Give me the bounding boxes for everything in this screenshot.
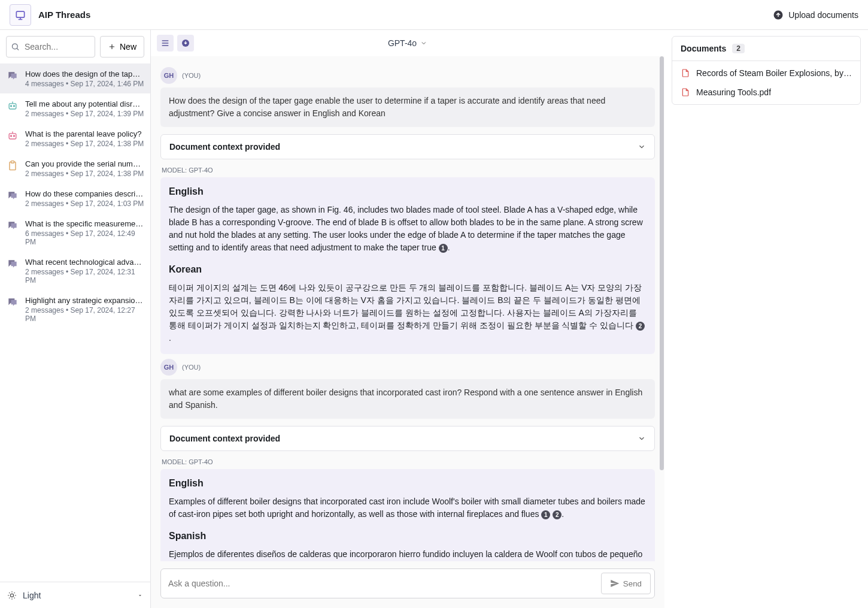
caret-down-icon — [137, 592, 143, 598]
thread-icon — [6, 159, 19, 173]
document-context-toggle[interactable]: Document context provided — [160, 426, 655, 451]
thread-item[interactable]: How does the design of the taper gage en… — [0, 63, 150, 93]
thread-item[interactable]: Highlight any strategic expansion…2 mess… — [0, 290, 150, 328]
sidebar: New How does the design of the taper gag… — [0, 30, 151, 608]
thread-meta: 2 messages • Sep 17, 2024, 1:39 PM — [25, 110, 144, 118]
documents-count: 2 — [732, 44, 745, 53]
thread-meta: 2 messages • Sep 17, 2024, 12:31 PM — [25, 268, 144, 285]
documents-list: Records of Steam Boiler Explosions, by E… — [672, 61, 860, 104]
message-author: GH (YOU) — [160, 359, 655, 376]
composer-input[interactable] — [168, 574, 601, 593]
thread-icon — [6, 99, 19, 113]
send-icon — [610, 579, 620, 588]
theme-label: Light — [23, 591, 41, 600]
thread-title: Tell me about any potential disruptions… — [25, 99, 144, 108]
thread-item[interactable]: What recent technological advancements…2… — [0, 252, 150, 290]
user-message: How does the design of the taper gage en… — [160, 87, 655, 127]
messages-scroll[interactable]: GH (YOU) How does the design of the tape… — [151, 56, 664, 561]
composer: Send — [151, 561, 664, 608]
thread-item[interactable]: What is the specific measurement…6 messa… — [0, 213, 150, 252]
upload-label: Upload documents — [788, 10, 858, 20]
thread-icon — [6, 296, 19, 309]
thread-meta: 2 messages • Sep 17, 2024, 1:03 PM — [25, 199, 144, 208]
svg-rect-0 — [16, 11, 24, 17]
new-thread-button[interactable]: New — [100, 36, 144, 58]
thread-title: How does the design of the taper gage en… — [25, 69, 144, 78]
thread-title: What is the specific measurement… — [25, 219, 144, 228]
new-label: New — [120, 42, 136, 52]
answer-english: Examples of different boiler designs tha… — [169, 495, 647, 521]
pdf-icon — [681, 68, 690, 78]
app-title: AIP Threads — [38, 10, 90, 20]
chevron-down-icon — [638, 143, 646, 151]
pdf-icon — [681, 87, 690, 97]
thread-meta: 2 messages • Sep 17, 2024, 1:38 PM — [25, 140, 144, 148]
upload-documents-button[interactable]: Upload documents — [773, 10, 858, 20]
documents-panel: Documents 2 Records of Steam Boiler Expl… — [664, 30, 868, 608]
thread-icon — [6, 258, 19, 271]
thread-title: What is the parental leave policy? — [25, 129, 144, 138]
thread-item[interactable]: Tell me about any potential disruptions…… — [0, 93, 150, 123]
document-name: Measuring Tools.pdf — [696, 87, 771, 97]
thread-icon — [6, 219, 19, 232]
download-icon[interactable] — [177, 35, 194, 52]
svg-rect-10 — [11, 161, 14, 163]
assistant-message: English Examples of different boiler des… — [160, 469, 655, 561]
documents-header: Documents 2 — [672, 37, 860, 61]
model-name: GPT-4o — [388, 38, 417, 48]
document-item[interactable]: Measuring Tools.pdf — [672, 83, 860, 102]
answer-spanish: Ejemplos de diferentes diseños de calder… — [169, 548, 647, 561]
thread-title: Can you provide the serial numbers… — [25, 159, 144, 168]
chevron-down-icon — [638, 434, 646, 443]
thread-icon — [6, 69, 19, 83]
svg-point-2 — [13, 44, 18, 49]
message-author: GH (YOU) — [160, 67, 655, 84]
conversation-panel: GPT-4o GH (YOU) How does the design of t… — [151, 30, 664, 608]
heading-spanish: Spanish — [169, 529, 647, 543]
thread-meta: 6 messages • Sep 17, 2024, 12:49 PM — [25, 229, 144, 246]
thread-item[interactable]: How do these companies describe…2 messag… — [0, 183, 150, 213]
model-label: MODEL: GPT-4O — [162, 458, 655, 465]
citation-1[interactable]: 1 — [541, 510, 550, 519]
context-label: Document context provided — [169, 434, 280, 443]
svg-point-7 — [11, 135, 12, 137]
thread-item[interactable]: What is the parental leave policy?2 mess… — [0, 123, 150, 153]
scrollbar[interactable] — [660, 56, 664, 561]
send-label: Send — [623, 579, 642, 588]
svg-point-11 — [10, 594, 13, 597]
theme-selector[interactable]: Light — [0, 582, 150, 608]
model-selector[interactable]: GPT-4o — [388, 38, 427, 48]
upload-icon — [773, 10, 784, 20]
document-name: Records of Steam Boiler Explosions, by E… — [696, 68, 852, 78]
document-item[interactable]: Records of Steam Boiler Explosions, by E… — [672, 63, 860, 83]
heading-english: English — [169, 184, 647, 199]
citation-2[interactable]: 2 — [553, 510, 562, 519]
search-icon — [11, 43, 20, 52]
model-label: MODEL: GPT-4O — [162, 167, 655, 174]
author-avatar: GH — [160, 67, 177, 84]
thread-icon — [6, 189, 19, 202]
plus-icon — [108, 43, 116, 51]
document-context-toggle[interactable]: Document context provided — [160, 134, 655, 159]
thread-meta: 2 messages • Sep 17, 2024, 12:27 PM — [25, 306, 144, 323]
heading-korean: Korean — [169, 262, 647, 277]
search-input-wrapper — [6, 36, 95, 58]
citation-2[interactable]: 2 — [636, 322, 645, 331]
thread-title: How do these companies describe… — [25, 189, 144, 198]
citation-1[interactable]: 1 — [439, 244, 448, 253]
thread-title: What recent technological advancements… — [25, 258, 144, 267]
thread-title: Highlight any strategic expansion… — [25, 296, 144, 305]
author-avatar: GH — [160, 359, 177, 376]
svg-point-4 — [11, 105, 12, 107]
thread-meta: 4 messages • Sep 17, 2024, 1:46 PM — [25, 80, 144, 88]
thread-item[interactable]: Can you provide the serial numbers…2 mes… — [0, 153, 150, 183]
heading-english: English — [169, 476, 647, 491]
svg-point-5 — [14, 105, 15, 107]
thread-meta: 2 messages • Sep 17, 2024, 1:38 PM — [25, 170, 144, 178]
send-button[interactable]: Send — [601, 573, 651, 594]
author-you-label: (YOU) — [182, 72, 201, 79]
user-message: what are some examples of different boil… — [160, 379, 655, 419]
answer-english: The design of the taper gage, as shown i… — [169, 204, 647, 254]
list-view-icon[interactable] — [157, 35, 174, 52]
author-you-label: (YOU) — [182, 364, 201, 371]
